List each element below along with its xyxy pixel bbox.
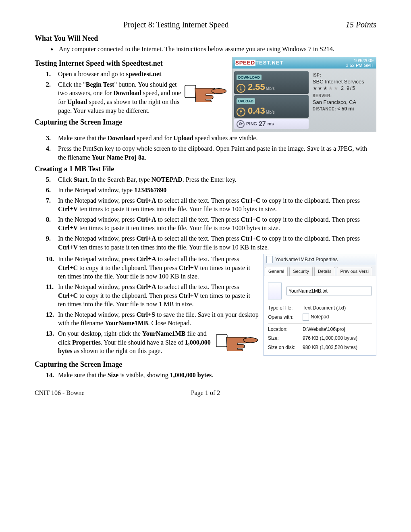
label-size: Size: [268,335,303,341]
value-type: Text Document (.txt) [303,305,372,311]
step-num-4: 4. [35,144,58,162]
speedtest-time: 3:52 PM GMT [346,63,374,68]
step-text-1: Open a browser and go to speedtest.net [58,70,228,79]
svg-rect-2 [216,335,227,347]
value-location: D:\Website\106\proj [303,326,372,332]
file-icon [266,256,273,263]
distance-row: DISTANCE: < 50 mi [313,106,374,112]
step-num-14: 14. [35,371,58,380]
svg-rect-0 [185,85,196,98]
isp-rating: ★★★★★ 2.9/5 [313,85,374,91]
document-icon [268,283,282,299]
step-text-9: In the Notepad window, press Ctrl+A to s… [58,234,376,251]
properties-title: YourName1MB.txt Properties [275,256,338,263]
step-num-2: 2. [35,80,58,115]
ping-chip: ⟳PING 27 ms [234,119,309,129]
doc-points: 15 Points [346,19,376,30]
tab-security[interactable]: Security [289,267,313,276]
step-text-6: In the Notepad window, type 1234567890 [58,186,376,195]
filename-input[interactable] [286,287,372,295]
step-num-8: 8. [35,215,58,233]
label-size-on-disk: Size on disk: [268,344,303,351]
step-num-10: 10. [35,255,58,281]
svg-point-1 [212,88,226,94]
step-num-7: 7. [35,196,58,214]
step-text-10: In the Notepad window, press Ctrl+A to s… [58,255,259,281]
notepad-icon [303,314,309,321]
value-size: 976 KB (1,000,000 bytes) [303,335,372,341]
step-num-12: 12. [35,310,58,328]
footer-page: Page 1 of 2 [191,389,220,397]
svg-point-3 [243,338,257,343]
heading-testing: Testing Internet Speed with Speedtest.ne… [35,58,228,68]
step-text-11: In the Notepad window, press Ctrl+A to s… [58,283,259,309]
heading-need: What You Will Need [35,33,376,43]
label-location: Location: [268,326,303,332]
label-type: Type of file: [268,305,303,311]
step-text-3: Make sure that the Download speed and fo… [58,134,376,143]
speedtest-widget: SPEEDTEST.NET 10/6/20093:52 PM GMT DOWNL… [232,57,376,132]
step-text-13: On your desktop, right-click the YourNam… [58,329,259,355]
heading-capture-1: Capturing the Screen Image [35,117,228,127]
isp-value: SBC Internet Services [313,78,374,85]
upload-chip: UPLOAD ⭱0.43Mb/s [234,95,309,118]
speedtest-logo: SPEEDTEST.NET [235,59,283,66]
server-label: SERVER: [313,93,374,99]
heading-create: Creating a 1 MB Test File [35,164,376,174]
value-size-on-disk: 980 KB (1,003,520 bytes) [303,344,372,351]
step-num-1: 1. [35,70,58,79]
download-chip: DOWNLOAD ⭳2.55Mb/s [234,71,309,94]
step-text-2: Click the "Begin Test" button. You shoul… [58,80,228,115]
speedtest-date: 10/6/2009 [354,58,374,63]
need-bullet: Any computer connected to the Internet. … [57,45,376,54]
doc-title: Project 8: Testing Internet Speed [123,19,229,30]
pointing-hand-icon [184,80,228,102]
step-text-12: In the Notepad window, press Ctrl+S to s… [58,310,259,328]
step-num-13: 13. [35,329,58,355]
label-opens: Opens with: [268,314,303,320]
step-num-5: 5. [35,175,58,184]
footer-left: CNIT 106 - Bowne [35,389,85,397]
value-opens: Notepad [303,314,372,321]
step-text-5: Click Start. In the Search Bar, type NOT… [58,175,376,184]
step-num-3: 3. [35,134,58,143]
step-text-8: In the Notepad window, press Ctrl+A to s… [58,215,376,233]
step-num-9: 9. [35,234,58,251]
step-num-11: 11. [35,283,58,309]
step-num-6: 6. [35,186,58,195]
step-text-7: In the Notepad window, press Ctrl+A to s… [58,196,376,214]
pointing-hand-icon [215,329,259,351]
tab-details[interactable]: Details [314,267,335,276]
isp-label: ISP: [313,73,374,78]
properties-dialog: YourName1MB.txt Properties General Secur… [264,254,376,356]
step-text-14: Make sure that the Size is visible, show… [58,371,376,380]
heading-capture-2: Capturing the Screen Image [35,360,376,369]
tab-previous[interactable]: Previous Versi [337,267,372,276]
tab-general[interactable]: General [265,267,288,276]
server-value: San Francisco, CA [313,99,374,106]
step-text-4: Press the PrntScn key to copy whole scre… [58,144,376,162]
